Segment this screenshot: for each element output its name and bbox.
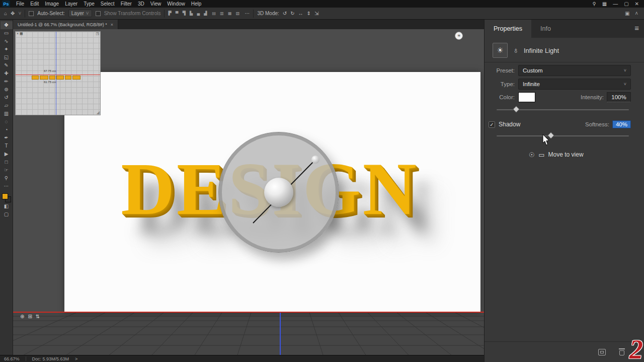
softness-slider-track[interactable] <box>497 135 629 136</box>
menu-edit[interactable]: Edit <box>27 1 42 7</box>
auto-select-checkbox[interactable] <box>29 11 34 16</box>
path-selection-tool[interactable]: ▶ <box>1 150 13 158</box>
marquee-tool[interactable]: ▭ <box>1 29 13 37</box>
tab-close-icon[interactable]: × <box>111 22 113 27</box>
screen-mode-icon[interactable]: ▢ <box>1 210 13 219</box>
workspace-icon[interactable]: ▦ <box>602 1 607 7</box>
zoom-level[interactable]: 66.67% <box>4 356 20 361</box>
light-sphere-handle[interactable] <box>264 178 293 207</box>
mouse-cursor <box>542 134 550 147</box>
zoom-tool[interactable]: ⚲ <box>1 174 13 182</box>
home-icon[interactable]: ⌂ <box>4 11 7 16</box>
pan-camera-icon[interactable]: ↔ <box>298 11 303 16</box>
softness-value-field[interactable]: 40% <box>612 120 631 128</box>
search-icon[interactable]: ⚲ <box>592 1 596 7</box>
type-tool[interactable]: T <box>1 142 13 150</box>
gradient-tool[interactable]: ▥ <box>1 110 13 118</box>
current-tool-icon[interactable]: ✥ <box>11 11 15 16</box>
close-icon[interactable]: ✕ <box>635 1 639 7</box>
more-options-icon[interactable]: ⋯ <box>245 11 250 16</box>
quick-selection-tool[interactable]: ✦ <box>1 45 13 53</box>
restore-icon[interactable]: ▢ <box>624 1 628 7</box>
move-tool[interactable]: ✥ <box>1 21 13 29</box>
intensity-slider-thumb[interactable] <box>513 106 520 113</box>
add-to-scene-icon[interactable] <box>598 349 606 355</box>
menu-filter[interactable]: Filter <box>118 1 135 7</box>
panel-menu-icon[interactable]: ≡ <box>634 24 639 32</box>
minimap-measurement-top: 67.75 cm <box>44 69 56 73</box>
spot-healing-tool[interactable]: ✚ <box>1 69 13 78</box>
grid-toggle-icon[interactable]: ⊞ <box>28 314 32 319</box>
menu-window[interactable]: Window <box>164 1 188 7</box>
pen-tool[interactable]: ✒ <box>1 134 13 142</box>
coordinates-icon[interactable]: ♁ <box>513 46 519 55</box>
auto-select-target-dropdown[interactable]: Layer ˅ <box>68 10 92 17</box>
panel-toggle-icons[interactable]: ▣ ˄ <box>625 11 640 16</box>
lasso-tool[interactable]: ∿ <box>1 37 13 45</box>
delete-icon[interactable] <box>619 348 625 355</box>
preset-label: Preset: <box>489 67 515 74</box>
align-icons[interactable]: ▛ ▀ ▜ ▙ ▄ ▟ <box>168 11 208 16</box>
quick-mask-icon[interactable]: ◧ <box>1 202 13 210</box>
menu-view[interactable]: View <box>147 1 165 7</box>
shadow-checkbox[interactable]: ✓ <box>489 121 495 128</box>
distribute-icons[interactable]: ▤ ▥ ▦ ▧ <box>212 11 242 16</box>
intensity-value-field[interactable]: 100% <box>607 92 631 102</box>
globe-icon[interactable]: ⊕ <box>20 314 24 319</box>
type-dropdown[interactable]: Infinite ˅ <box>518 79 631 90</box>
crop-tool[interactable]: ◱ <box>1 53 13 61</box>
light-color-swatch[interactable] <box>518 92 535 102</box>
minimize-icon[interactable]: — <box>613 1 618 7</box>
menu-type[interactable]: Type <box>80 1 98 7</box>
dodge-tool[interactable]: ◔ <box>1 126 13 134</box>
menu-3d[interactable]: 3D <box>135 1 147 7</box>
color-swatches[interactable] <box>2 193 11 202</box>
secondary-view-close-icon[interactable]: × ▦ <box>17 32 23 36</box>
eyedropper-tool[interactable]: ✎ <box>1 61 13 69</box>
show-transform-checkbox[interactable] <box>96 11 101 16</box>
infinite-light-type-button[interactable]: ☀ <box>493 43 508 58</box>
menu-file[interactable]: File <box>13 1 27 7</box>
options-divider <box>253 10 254 18</box>
tab-info[interactable]: Info <box>531 20 560 38</box>
menu-layer[interactable]: Layer <box>62 1 80 7</box>
secondary-view-swap-icon[interactable]: ◳ <box>96 32 99 36</box>
chevron-down-icon: ˅ <box>624 82 626 87</box>
brush-tool[interactable]: ✏ <box>1 78 13 86</box>
preset-dropdown[interactable]: Custom ˅ <box>518 65 631 76</box>
status-chevron-icon[interactable]: > <box>75 356 77 361</box>
edit-toolbar-icon[interactable]: ⋯ <box>1 182 13 190</box>
eraser-tool[interactable]: ▱ <box>1 102 13 110</box>
clone-stamp-tool[interactable]: ⊚ <box>1 86 13 94</box>
minimap-letter-block <box>65 76 71 80</box>
blur-tool[interactable]: ◌ <box>1 118 13 126</box>
axis-arrows-icon[interactable]: ⇅ <box>36 314 40 319</box>
scene-light-indicator-icon[interactable]: ☀ <box>455 32 463 40</box>
menu-help[interactable]: Help <box>188 1 205 7</box>
trash-body <box>619 350 624 355</box>
minimap-resize-icon[interactable]: ◢ <box>97 110 100 115</box>
minimap-letter-block <box>49 76 55 80</box>
auto-select-label: Auto-Select: <box>37 11 64 16</box>
light-endpoint-handle[interactable] <box>311 156 319 164</box>
menu-select[interactable]: Select <box>98 1 118 7</box>
move-to-view-button[interactable]: ☉ ▭ Move to view <box>529 149 584 161</box>
tool-preset-caret-icon[interactable]: ˅ <box>18 11 21 16</box>
intensity-slider[interactable] <box>497 106 629 113</box>
hand-tool[interactable]: ☞ <box>1 166 13 174</box>
softness-slider[interactable] <box>497 132 629 139</box>
shape-tool[interactable]: □ <box>1 158 13 166</box>
options-divider <box>164 10 165 18</box>
tab-properties[interactable]: Properties <box>485 20 531 38</box>
document-size-info: Doc: 5.93M/5.63M <box>32 356 69 361</box>
zoom-camera-icon[interactable]: ⇲ <box>314 11 318 16</box>
roll-camera-icon[interactable]: ↻ <box>290 11 294 16</box>
history-brush-tool[interactable]: ↺ <box>1 94 13 102</box>
foreground-color-swatch[interactable] <box>2 193 8 199</box>
menu-image[interactable]: Image <box>42 1 62 7</box>
document-tab[interactable]: Untitled-1 @ 66.7% (Background, RGB/8#) … <box>13 20 118 29</box>
slide-camera-icon[interactable]: ⇕ <box>307 11 311 16</box>
secondary-view-panel[interactable]: × ▦ ◳ 67.75 cm 61.75 cm ◢ <box>15 31 101 115</box>
canvas-viewport[interactable]: DESIGN ☀ ⊕ ⊞ ⇅ × ▦ ◳ 67.75 cm <box>13 29 484 355</box>
orbit-camera-icon[interactable]: ↺ <box>283 11 287 16</box>
